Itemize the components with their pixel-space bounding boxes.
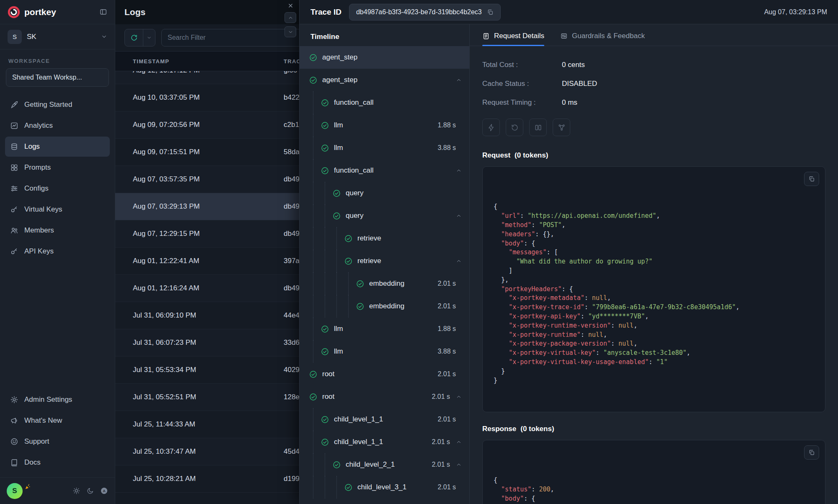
org-avatar: S [8, 30, 22, 44]
sidebar-item-label: Logs [24, 142, 40, 151]
timeline-node-llm[interactable]: llm 1.88 s [300, 114, 469, 137]
bolt-button[interactable] [482, 119, 500, 136]
sidebar-item-api-keys[interactable]: API Keys [5, 241, 110, 261]
sidebar-item-configs[interactable]: Configs [5, 178, 110, 199]
sidebar-item-what-s-new[interactable]: What's New [5, 411, 110, 431]
tree-guide [313, 159, 325, 182]
compare-button[interactable] [529, 119, 547, 136]
org-name: SK [27, 33, 36, 41]
timeline-node-child-level-2-1[interactable]: child_level_2_1 2.01 s [300, 453, 469, 476]
moon-icon[interactable] [86, 487, 94, 495]
trace-panel: Trace ID db4987a6-b3f3-4923-be7d-319bbc4… [299, 0, 838, 504]
chevron-up-icon[interactable] [456, 394, 462, 400]
timeline-node-embedding[interactable]: embedding 2.01 s [300, 272, 469, 295]
timeline-node-agent-step[interactable]: agent_step [300, 69, 469, 91]
sidebar-footer: S A [0, 477, 115, 504]
refresh-options-button[interactable] [143, 29, 155, 46]
configs-icon [10, 184, 18, 193]
timeline-node-function-call[interactable]: function_call [300, 91, 469, 114]
tree-guide [325, 227, 336, 250]
user-avatar[interactable]: S [7, 483, 23, 499]
members-icon [10, 226, 18, 235]
tree-guide [313, 137, 325, 159]
chevron-up-icon[interactable] [456, 439, 462, 445]
timeline-node-root[interactable]: root 2.01 s [300, 385, 469, 408]
cell-trace-id: db49 [284, 175, 300, 184]
trace-panel-controls [284, 3, 297, 37]
next-trace-button[interactable] [285, 26, 296, 37]
chevron-up-icon[interactable] [456, 77, 462, 83]
chevron-up-icon[interactable] [456, 462, 462, 468]
tree-guide [336, 227, 348, 250]
timeline-node-query[interactable]: query [300, 204, 469, 227]
sidebar-item-analytics[interactable]: Analytics [5, 116, 110, 136]
sidebar-item-support[interactable]: Support [5, 432, 110, 452]
sidebar-item-virtual-keys[interactable]: Virtual Keys [5, 199, 110, 220]
copy-request-button[interactable] [804, 172, 819, 186]
response-json: { "status": 200, "body": { "agent_chat_r… [482, 440, 825, 504]
sidebar-item-label: Virtual Keys [24, 205, 62, 214]
sidebar-item-label: API Keys [24, 247, 54, 256]
chevron-up-icon[interactable] [456, 213, 462, 219]
copy-icon[interactable] [487, 9, 494, 16]
logs-icon [10, 142, 18, 151]
timeline-node-agent-step[interactable]: agent_step [300, 46, 469, 69]
sidebar-item-label: Configs [24, 184, 49, 193]
timeline-node-retrieve[interactable]: retrieve [300, 227, 469, 250]
tree-guide [325, 250, 336, 272]
timeline-node-child-level-3-1[interactable]: child_level_3_1 2.01 s [300, 476, 469, 499]
sidebar-item-admin-settings[interactable]: Admin Settings [5, 390, 110, 410]
timeline-node-label: retrieve [357, 257, 381, 265]
chevron-down-icon [288, 29, 293, 35]
chevron-up-icon[interactable] [456, 168, 462, 173]
sidebar-item-docs[interactable]: Docs [5, 452, 110, 473]
refresh-button[interactable] [125, 29, 143, 46]
sidebar-item-label: Support [24, 437, 49, 446]
timeline-node-root[interactable]: root 2.01 s [300, 363, 469, 385]
refresh-group [124, 29, 155, 47]
org-switcher[interactable]: S SK [0, 24, 115, 49]
tree-guide [325, 476, 336, 499]
tree-guide [313, 114, 325, 137]
timeline-node-retrieve[interactable]: retrieve [300, 250, 469, 272]
auto-theme-icon[interactable]: A [100, 487, 108, 495]
tree-guide [313, 431, 325, 453]
sidebar-item-label: Analytics [24, 121, 53, 130]
retry-button[interactable] [506, 119, 523, 136]
cell-timestamp: Jul 25, 11:44:33 AM [115, 420, 284, 429]
sidebar-item-logs[interactable]: Logs [5, 137, 110, 157]
prev-trace-button[interactable] [285, 12, 296, 23]
log-actions [482, 119, 825, 136]
copy-response-button[interactable] [804, 445, 819, 460]
sun-icon[interactable] [72, 487, 80, 495]
cell-trace-id: 397a [284, 257, 300, 265]
timeline-node-llm[interactable]: llm 3.88 s [300, 340, 469, 363]
panel-collapse-icon[interactable] [99, 8, 107, 16]
timeline-node-embedding[interactable]: embedding 2.01 s [300, 295, 469, 318]
timeline-node-llm[interactable]: llm 3.88 s [300, 137, 469, 159]
timeline-node-label: agent_step [322, 76, 357, 84]
timeline-node-child-level-1-1[interactable]: child_level_1_1 2.01 s [300, 431, 469, 453]
chevron-up-icon[interactable] [456, 258, 462, 264]
tree-guide [313, 318, 325, 340]
sidebar-item-prompts[interactable]: Prompts [5, 158, 110, 178]
timeline-node-query[interactable]: query [300, 182, 469, 204]
tab-guardrails-feedback[interactable]: Guardrails & Feedback [560, 32, 645, 46]
tab-request-details[interactable]: Request Details [482, 32, 544, 46]
timeline-node-child-level-1-1[interactable]: child_level_1_1 2.01 s [300, 408, 469, 431]
timeline-node-llm[interactable]: llm 1.88 s [300, 318, 469, 340]
cell-timestamp: Aug 07, 03:57:35 PM [115, 175, 284, 184]
graph-button[interactable] [553, 119, 570, 136]
sidebar-item-getting-started[interactable]: Getting Started [5, 95, 110, 115]
cell-timestamp: Jul 31, 05:52:51 PM [115, 393, 284, 401]
chevron-down-icon[interactable] [101, 34, 107, 40]
sidebar-item-members[interactable]: Members [5, 220, 110, 240]
trace-id-label: Trace ID [310, 8, 341, 17]
close-icon[interactable] [287, 3, 294, 9]
workspace-selector[interactable]: Shared Team Worksp... [6, 68, 109, 87]
response-section-title: Response (0 tokens) [482, 425, 825, 433]
tree-guide [313, 227, 325, 250]
timeline-node-function-call[interactable]: function_call [300, 159, 469, 182]
cell-timestamp: Jul 31, 05:53:34 PM [115, 366, 284, 374]
timeline-column: Timeline agent_step agent_step function_… [300, 24, 470, 504]
